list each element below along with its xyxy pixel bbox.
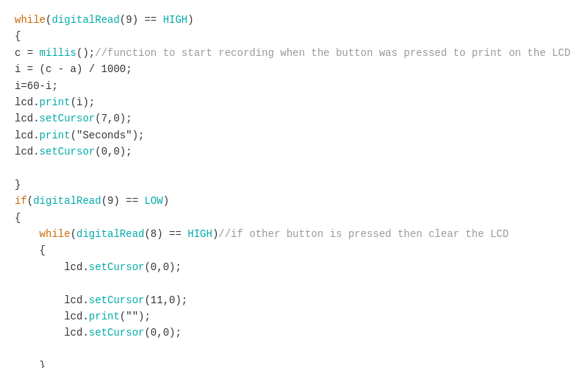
keyword-if: if [15,195,27,207]
code-line-8: lcd.print("Seconds"); [15,127,573,144]
comment-1: //function to start recording when the b… [95,47,570,59]
code-line-9: lcd.setCursor(0,0); [15,144,573,160]
fn-setcursor-3: setCursor [89,261,145,273]
fn-digitalread: digitalRead [51,14,119,26]
fn-print-2: print [40,130,71,141]
code-line-21 [15,342,573,358]
code-line-10 [15,160,573,177]
code-line-22: } [15,358,573,368]
val-high: HIGH [163,14,188,26]
code-line-5: i=60-i; [15,78,573,94]
fn-setcursor-4: setCursor [89,294,145,306]
code-line-11: } [15,177,573,193]
code-line-6: lcd.print(i); [15,94,573,110]
code-line-19: lcd.print(""); [15,308,573,325]
keyword-while-2: while [40,228,71,240]
code-line-17 [15,275,573,291]
val-high-2: HIGH [187,228,212,240]
code-line-14: while(digitalRead(8) == HIGH)//if other … [15,226,573,242]
fn-millis: millis [40,47,76,59]
code-line-20: lcd.setCursor(0,0); [15,325,573,341]
fn-setcursor-5: setCursor [89,327,145,339]
code-editor: while(digitalRead(9) == HIGH) { c = mill… [0,0,588,368]
fn-print-3: print [89,311,120,322]
code-line-7: lcd.setCursor(7,0); [15,110,573,127]
fn-setcursor-1: setCursor [40,113,96,124]
code-line-18: lcd.setCursor(11,0); [15,292,573,308]
code-line-4: i = (c - a) / 1000; [15,61,573,77]
val-low: LOW [144,195,162,207]
fn-setcursor-2: setCursor [40,146,96,158]
fn-print-1: print [40,96,71,108]
comment-2: //if other button is pressed then clear … [218,228,509,240]
keyword-while: while [15,14,46,26]
code-line-2: { [15,28,573,44]
fn-digitalread-3: digitalRead [76,228,144,240]
code-line-15: { [15,242,573,258]
code-line-13: { [15,210,573,226]
code-line-12: if(digitalRead(9) == LOW) [15,193,573,209]
code-line-3: c = millis();//function to start recordi… [15,45,573,61]
code-line-1: while(digitalRead(9) == HIGH) [15,12,573,28]
code-line-16: lcd.setCursor(0,0); [15,259,573,275]
fn-digitalread-2: digitalRead [33,195,101,207]
